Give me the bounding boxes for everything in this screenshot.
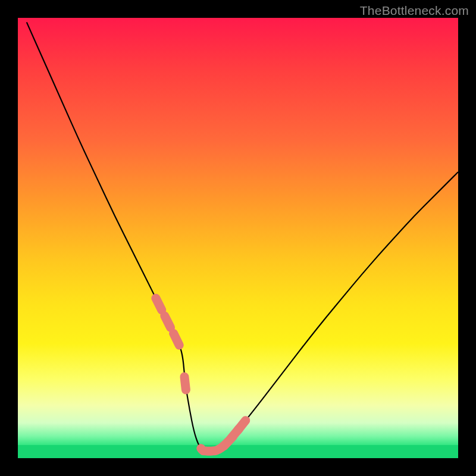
watermark-text: TheBottleneck.com	[360, 4, 469, 18]
bottleneck-curve-path	[27, 22, 458, 451]
marker-dash	[237, 421, 246, 431]
marker-dash	[174, 333, 180, 345]
curve-svg	[18, 18, 458, 458]
marker-dash	[165, 316, 171, 328]
plot-area	[18, 18, 458, 458]
marker-flat	[201, 442, 227, 451]
marker-group	[156, 298, 246, 451]
chart-stage: TheBottleneck.com	[0, 0, 476, 476]
marker-dash	[184, 377, 186, 390]
marker-dash	[156, 298, 162, 310]
